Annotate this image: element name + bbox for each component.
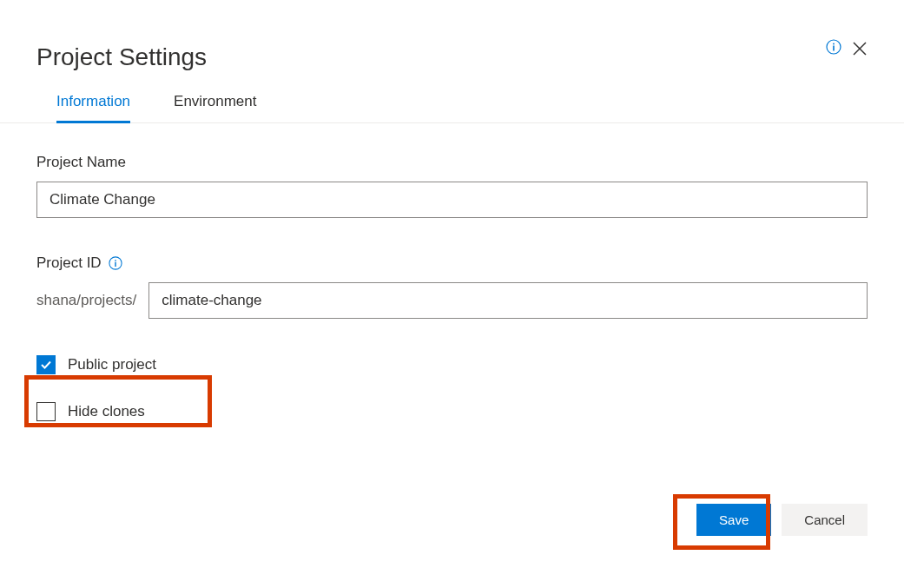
dialog-header: Project Settings (0, 0, 904, 71)
highlight-annotation (673, 494, 770, 550)
tabs: Information Environment (0, 71, 904, 123)
header-icons (826, 39, 868, 58)
cancel-button[interactable]: Cancel (782, 504, 868, 536)
project-id-label: Project ID (36, 254, 102, 272)
tab-environment[interactable]: Environment (174, 93, 256, 123)
public-project-checkbox[interactable] (36, 355, 56, 374)
public-project-label: Public project (68, 356, 156, 373)
svg-point-6 (115, 260, 116, 261)
project-settings-dialog: Project Settings Information Environment (0, 0, 904, 588)
svg-rect-2 (833, 46, 835, 51)
project-id-row: shana/projects/ (36, 282, 868, 319)
dialog-title: Project Settings (36, 43, 207, 71)
project-name-input[interactable] (36, 182, 868, 218)
close-icon[interactable] (852, 41, 868, 56)
project-id-group: Project ID shana/projects/ (36, 254, 868, 319)
project-name-label: Project Name (36, 154, 868, 171)
project-id-label-row: Project ID (36, 254, 868, 272)
info-icon[interactable] (826, 39, 841, 58)
svg-point-1 (833, 43, 835, 45)
public-project-row: Public project (36, 355, 868, 374)
project-id-prefix: shana/projects/ (36, 292, 148, 309)
highlight-annotation (24, 375, 212, 427)
project-id-input[interactable] (148, 282, 868, 319)
svg-rect-7 (115, 262, 115, 267)
tab-information[interactable]: Information (56, 93, 130, 123)
info-icon[interactable] (109, 256, 122, 270)
project-name-group: Project Name (36, 154, 868, 218)
